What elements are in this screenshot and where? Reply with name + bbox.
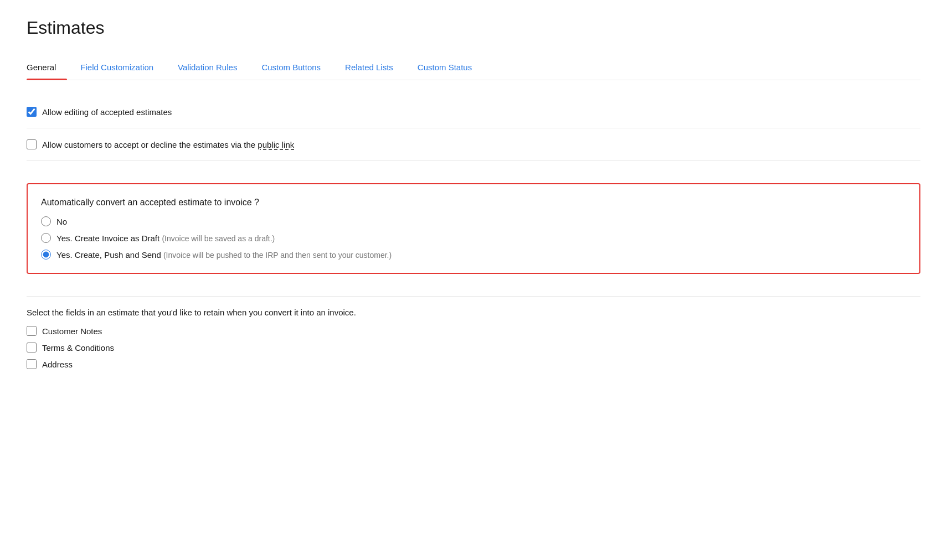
allow-customers-row[interactable]: Allow customers to accept or decline the… [27, 139, 920, 149]
radio-no-label: No [56, 217, 67, 226]
tab-custom-buttons[interactable]: Custom Buttons [261, 56, 332, 80]
allow-editing-checkbox[interactable] [27, 107, 37, 117]
customer-notes-row[interactable]: Customer Notes [27, 326, 920, 336]
terms-conditions-label: Terms & Conditions [42, 343, 114, 352]
retain-fields-section: Select the fields in an estimate that yo… [27, 297, 920, 369]
tab-field-customization[interactable]: Field Customization [80, 56, 164, 80]
customer-notes-label: Customer Notes [42, 326, 102, 336]
tab-custom-status[interactable]: Custom Status [418, 56, 483, 80]
radio-draft-main: Yes. Create Invoice as Draft [56, 234, 159, 243]
radio-draft-row[interactable]: Yes. Create Invoice as Draft (Invoice wi… [41, 233, 906, 243]
radio-push-send-label: Yes. Create, Push and Send (Invoice will… [56, 250, 392, 260]
auto-convert-radio-group: No Yes. Create Invoice as Draft (Invoice… [41, 216, 906, 260]
radio-no-row[interactable]: No [41, 216, 906, 226]
address-row[interactable]: Address [27, 359, 920, 369]
radio-push-send-hint: (Invoice will be pushed to the IRP and t… [163, 251, 392, 260]
address-checkbox[interactable] [27, 359, 37, 369]
customer-notes-checkbox[interactable] [27, 326, 37, 336]
auto-convert-section: Automatically convert an accepted estima… [27, 161, 920, 297]
terms-conditions-checkbox[interactable] [27, 343, 37, 352]
radio-draft-hint: (Invoice will be saved as a draft.) [162, 234, 275, 243]
radio-no[interactable] [41, 216, 51, 226]
radio-draft-label: Yes. Create Invoice as Draft (Invoice wi… [56, 234, 275, 243]
tabs-nav: General Field Customization Validation R… [27, 56, 920, 80]
allow-customers-label: Allow customers to accept or decline the… [42, 140, 294, 149]
terms-conditions-row[interactable]: Terms & Conditions [27, 343, 920, 352]
auto-convert-question: Automatically convert an accepted estima… [41, 198, 906, 208]
allow-editing-section: Allow editing of accepted estimates [27, 96, 920, 128]
allow-customers-checkbox[interactable] [27, 139, 37, 149]
radio-push-send-main: Yes. Create, Push and Send [56, 250, 161, 260]
address-label: Address [42, 360, 73, 369]
page-title: Estimates [27, 18, 920, 38]
radio-push-send-row[interactable]: Yes. Create, Push and Send (Invoice will… [41, 250, 906, 260]
public-link-text: public link [258, 140, 294, 149]
retain-question: Select the fields in an estimate that yo… [27, 308, 920, 317]
allow-editing-label: Allow editing of accepted estimates [42, 107, 172, 117]
allow-customers-section: Allow customers to accept or decline the… [27, 128, 920, 161]
radio-push-send[interactable] [41, 250, 51, 260]
radio-draft[interactable] [41, 233, 51, 243]
auto-convert-box: Automatically convert an accepted estima… [27, 183, 920, 274]
tab-validation-rules[interactable]: Validation Rules [178, 56, 248, 80]
retain-checkboxes-group: Customer Notes Terms & Conditions Addres… [27, 326, 920, 369]
allow-editing-row[interactable]: Allow editing of accepted estimates [27, 107, 920, 117]
tab-related-lists[interactable]: Related Lists [345, 56, 404, 80]
tab-general[interactable]: General [27, 56, 67, 80]
